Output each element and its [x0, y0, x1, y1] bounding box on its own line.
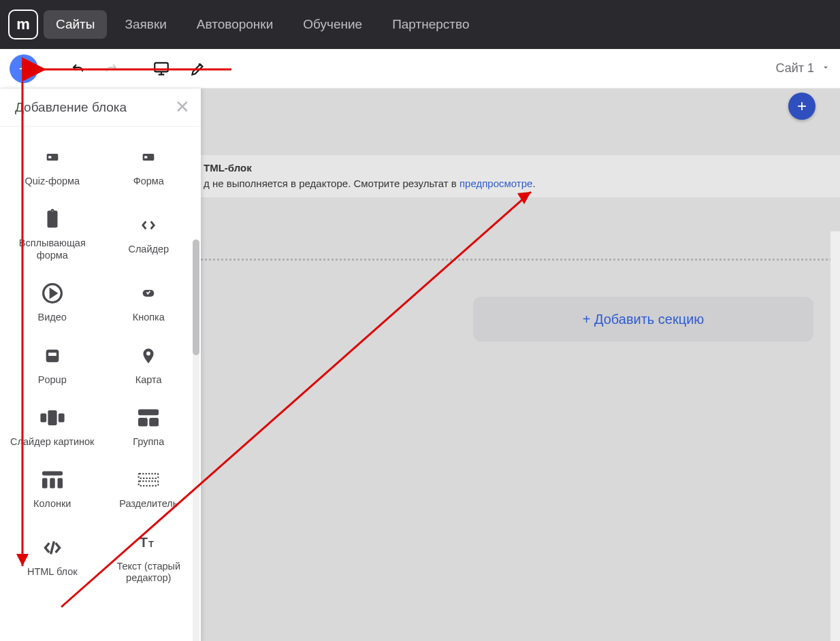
block-label: Слайдер картинок: [10, 436, 94, 448]
svg-rect-13: [138, 418, 148, 427]
text-icon: TT: [135, 529, 161, 555]
svg-rect-19: [139, 474, 159, 479]
divider-icon: [135, 467, 161, 493]
svg-rect-0: [155, 63, 168, 71]
svg-rect-1: [46, 154, 58, 161]
form-icon: [39, 144, 65, 170]
svg-rect-8: [48, 352, 56, 356]
nav-item-sites[interactable]: Сайты: [44, 10, 107, 39]
block-label: Разделитель: [119, 498, 178, 510]
block-popup-form[interactable]: Всплывающая форма: [4, 197, 101, 271]
block-quiz-form[interactable]: Quiz-форма: [4, 135, 101, 197]
svg-rect-11: [59, 413, 65, 422]
block-map[interactable]: Карта: [101, 333, 197, 395]
clipboard-icon: [39, 206, 65, 232]
code-icon: [39, 535, 65, 561]
block-form[interactable]: Форма: [101, 135, 197, 197]
html-block-placeholder[interactable]: TML-блок д не выполняется в редакторе. С…: [201, 155, 840, 197]
top-nav: m Сайты Заявки Автоворонки Обучение Парт…: [0, 0, 840, 49]
editor-canvas[interactable]: + TML-блок д не выполняется в редакторе.…: [201, 88, 840, 641]
form-icon: [135, 144, 161, 170]
block-label: Форма: [133, 176, 164, 187]
section-divider: [201, 259, 832, 261]
edit-style-icon[interactable]: [188, 59, 208, 79]
images-icon: [39, 405, 65, 431]
block-label: Popup: [38, 374, 67, 386]
add-block-button[interactable]: +: [10, 54, 38, 83]
play-icon: [39, 280, 65, 306]
preview-link[interactable]: предпросмотре: [459, 178, 532, 189]
block-image-slider[interactable]: Слайдер картинок: [4, 395, 101, 457]
svg-rect-17: [50, 478, 55, 489]
svg-rect-10: [48, 410, 56, 425]
panel-scroll[interactable]: Quiz-форма Форма Всплывающая форма Слайд…: [0, 127, 201, 641]
svg-rect-16: [42, 478, 48, 489]
desktop-view-icon[interactable]: [151, 59, 172, 79]
svg-rect-14: [150, 418, 159, 427]
block-button[interactable]: Кнопка: [101, 271, 197, 333]
group-icon: [135, 405, 161, 431]
add-section-label: + Добавить секцию: [583, 312, 705, 327]
svg-rect-9: [40, 413, 46, 422]
code-arrows-icon: [135, 212, 161, 238]
svg-text:T: T: [148, 538, 154, 548]
block-label: Карта: [135, 374, 162, 386]
nav-label: Обучение: [303, 17, 362, 31]
panel-title: Добавление блока: [15, 100, 127, 115]
svg-rect-4: [144, 156, 147, 158]
html-block-text: д не выполняется в редакторе. Смотрите р…: [204, 178, 459, 189]
logo[interactable]: m: [8, 10, 38, 39]
html-block-text-end: .: [532, 178, 535, 189]
block-label: Видео: [38, 312, 67, 323]
add-section-button[interactable]: + Добавить секцию: [473, 297, 813, 342]
html-block-message: TML-блок д не выполняется в редакторе. С…: [204, 161, 536, 191]
popup-icon: [39, 343, 65, 369]
block-label: HTML блок: [27, 566, 78, 578]
svg-rect-12: [138, 409, 159, 415]
nav-item-partnership[interactable]: Партнерство: [380, 10, 481, 39]
editor-toolbar: + Сайт 1: [0, 49, 840, 88]
block-slider[interactable]: Слайдер: [101, 197, 197, 271]
block-text-legacy[interactable]: TT Текст (старый редактор): [101, 520, 197, 594]
canvas-scrollbar[interactable]: [830, 231, 840, 641]
svg-text:T: T: [140, 534, 148, 549]
block-label: Всплывающая форма: [7, 237, 98, 261]
chevron-down-icon: [821, 61, 830, 76]
nav-item-funnels[interactable]: Автоворонки: [184, 10, 285, 39]
panel-scrollbar[interactable]: [193, 131, 199, 640]
redo-icon[interactable]: [101, 59, 121, 79]
block-divider[interactable]: Разделитель: [101, 457, 197, 519]
svg-rect-20: [139, 482, 159, 487]
site-selector-label: Сайт 1: [775, 61, 814, 76]
pin-icon: [135, 343, 161, 369]
panel-header: Добавление блока ✕: [0, 88, 201, 127]
button-icon: [135, 280, 161, 306]
close-icon[interactable]: ✕: [175, 97, 190, 118]
block-label: Кнопка: [133, 312, 165, 323]
nav-label: Заявки: [125, 17, 166, 31]
block-html[interactable]: HTML блок: [4, 520, 101, 594]
nav-item-requests[interactable]: Заявки: [112, 10, 178, 39]
block-columns[interactable]: Колонки: [4, 457, 101, 519]
nav-label: Партнерство: [392, 17, 469, 31]
nav-label: Сайты: [56, 17, 95, 31]
block-label: Группа: [133, 436, 164, 448]
block-popup[interactable]: Popup: [4, 333, 101, 395]
nav-label: Автоворонки: [197, 17, 273, 31]
add-block-panel: Добавление блока ✕ Quiz-форма Форма Вспл…: [0, 88, 201, 641]
block-label: Колонки: [33, 498, 71, 510]
html-block-title: TML-блок: [204, 162, 252, 174]
block-group[interactable]: Группа: [101, 395, 197, 457]
logo-letter: m: [16, 16, 30, 33]
block-label: Слайдер: [128, 244, 169, 255]
undo-icon[interactable]: [68, 59, 88, 79]
svg-rect-15: [42, 472, 63, 476]
nav-item-learning[interactable]: Обучение: [291, 10, 374, 39]
block-label: Quiz-форма: [25, 176, 80, 187]
block-label: Текст (старый редактор): [103, 561, 195, 585]
columns-icon: [39, 467, 65, 493]
canvas-add-button[interactable]: +: [788, 93, 815, 120]
block-video[interactable]: Видео: [4, 271, 101, 333]
site-selector[interactable]: Сайт 1: [775, 61, 830, 76]
svg-rect-2: [48, 156, 51, 158]
